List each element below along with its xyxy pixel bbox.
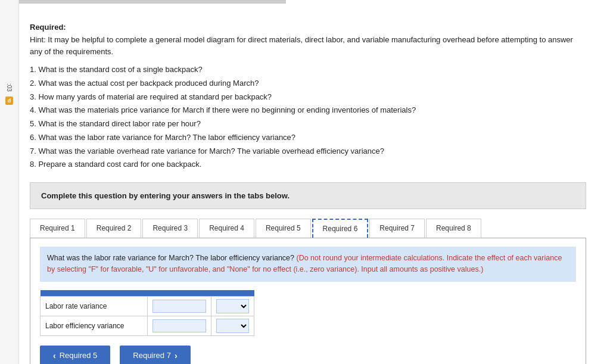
- col-header-amount: [148, 290, 211, 297]
- labor-efficiency-variance-input[interactable]: [152, 319, 206, 332]
- table-row: Labor efficiency variance F U None: [41, 316, 254, 335]
- next-button[interactable]: Required 7 ›: [120, 346, 190, 364]
- tab-required-1[interactable]: Required 1: [30, 219, 85, 238]
- complete-question-box: Complete this question by entering your …: [30, 182, 586, 209]
- tab-required-4[interactable]: Required 4: [199, 219, 254, 238]
- question-item: 6. What was the labor rate variance for …: [30, 131, 586, 145]
- prev-button[interactable]: ‹ Required 5: [40, 346, 110, 364]
- next-button-label: Required 7: [133, 351, 171, 360]
- question-item: 2. What was the actual cost per backpack…: [30, 77, 586, 91]
- prev-chevron-icon: ‹: [53, 351, 56, 360]
- question-item: 7. What was the variable overhead rate v…: [30, 145, 586, 158]
- prev-button-label: Required 5: [60, 351, 98, 360]
- question-item: 5. What is the standard direct labor rat…: [30, 117, 586, 131]
- col-header-effect: [211, 290, 254, 297]
- question-item: 1. What is the standard cost of a single…: [30, 63, 586, 77]
- required-label: Required:: [30, 23, 586, 32]
- sidebar-badge: d: [5, 97, 14, 105]
- question-item: 8. Prepare a standard cost card for one …: [30, 158, 586, 172]
- main-content: Required: Hint: It may be helpful to com…: [19, 14, 610, 364]
- variance-input-table: Labor rate variance F U None: [40, 290, 254, 336]
- row-label-labor-rate: Labor rate variance: [41, 296, 148, 316]
- tab-required-2[interactable]: Required 2: [86, 219, 142, 238]
- hint-text: Hint: It may be helpful to complete a ge…: [30, 34, 586, 57]
- time-label: :03: [6, 83, 13, 92]
- labor-rate-variance-input[interactable]: [152, 300, 206, 313]
- question-text: What was the labor rate variance for Mar…: [47, 254, 294, 262]
- labor-rate-effect-select[interactable]: F U None: [216, 299, 249, 313]
- page-container: :03 d Required: Hint: It may be helpful …: [0, 0, 610, 364]
- row-label-labor-efficiency: Labor efficiency variance: [41, 316, 148, 335]
- table-row: Labor rate variance F U None: [41, 296, 254, 316]
- labor-efficiency-effect-select[interactable]: F U None: [216, 319, 249, 333]
- tab-required-8[interactable]: Required 8: [426, 219, 481, 238]
- question-item: 3. How many yards of material are requir…: [30, 91, 586, 104]
- question-instructions: What was the labor rate variance for Mar…: [40, 247, 576, 282]
- tab-content-box: What was the labor rate variance for Mar…: [30, 238, 586, 364]
- complete-question-text: Complete this question by entering your …: [41, 191, 290, 200]
- next-chevron-icon: ›: [175, 351, 178, 360]
- tabs-container: Required 1 Required 2 Required 3 Require…: [30, 219, 586, 238]
- top-scrollbar: [0, 0, 286, 4]
- row-input-labor-rate[interactable]: [148, 296, 211, 316]
- row-input-labor-efficiency[interactable]: [148, 316, 211, 335]
- nav-buttons: ‹ Required 5 Required 7 ›: [40, 346, 576, 364]
- tab-required-3[interactable]: Required 3: [142, 219, 198, 238]
- col-header-label: [41, 290, 148, 297]
- row-select-labor-efficiency[interactable]: F U None: [211, 316, 254, 335]
- row-select-labor-rate[interactable]: F U None: [211, 296, 254, 316]
- tab-required-6[interactable]: Required 6: [312, 219, 369, 238]
- left-sidebar: :03 d: [0, 0, 19, 364]
- tab-required-7[interactable]: Required 7: [369, 219, 425, 238]
- tab-required-5[interactable]: Required 5: [256, 219, 311, 238]
- question-item: 4. What was the materials price variance…: [30, 104, 586, 117]
- questions-list: 1. What is the standard cost of a single…: [30, 63, 586, 172]
